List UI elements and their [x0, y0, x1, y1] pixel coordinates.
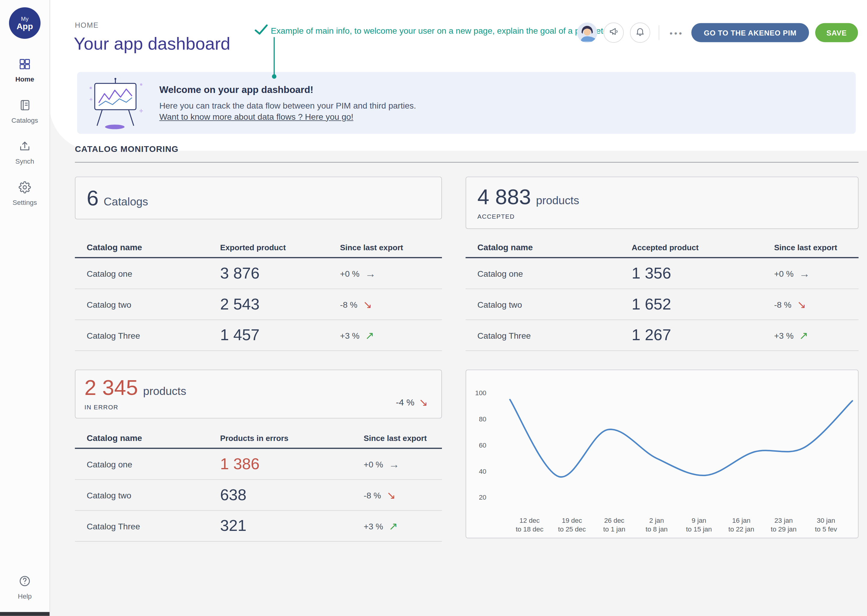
- sidebar-item-label: Settings: [13, 198, 37, 206]
- page-title: Your app dashboard: [74, 34, 230, 54]
- sidebar-item-label: Synch: [15, 158, 34, 165]
- go-to-akeneo-pim-button[interactable]: GO TO THE AKENEO PIM: [692, 23, 809, 42]
- accepted-count-value: 4 883: [478, 185, 531, 209]
- synch-upload-icon: [19, 140, 31, 154]
- main-area: HOME Your app dashboard Example of main …: [50, 0, 867, 616]
- svg-text:to 5 fev: to 5 fev: [815, 525, 837, 533]
- svg-text:80: 80: [479, 415, 487, 423]
- column-header: Since last export: [774, 243, 859, 252]
- dashboard-chart-illustration-icon: [85, 76, 148, 129]
- trend-percent: -4 %: [396, 398, 415, 407]
- svg-text:100: 100: [475, 389, 486, 397]
- trend-arrow-icon: →: [365, 268, 376, 279]
- sidebar-item-synch[interactable]: Synch: [0, 140, 50, 165]
- sidebar-item-settings[interactable]: Settings: [0, 181, 50, 206]
- trend-percent: +0 %: [340, 269, 360, 278]
- header-actions: ••• GO TO THE AKENEO PIM SAVE: [577, 22, 858, 43]
- column-header: Catalog name: [466, 242, 632, 252]
- table-row: Catalog two 1 652 -8 %↘: [466, 289, 859, 320]
- sidebar-item-catalogs[interactable]: Catalogs: [0, 99, 50, 124]
- avatar[interactable]: [577, 22, 597, 43]
- column-header: Exported product: [220, 243, 340, 252]
- accepted-count-label: products: [536, 194, 579, 206]
- svg-text:to 22 jan: to 22 jan: [728, 525, 754, 533]
- table-row: Catalog Three 1 457 +3 %↗: [75, 320, 442, 351]
- column-header: Catalog name: [75, 433, 220, 443]
- table-header-row: Catalog name Products in errors Since la…: [75, 426, 442, 449]
- trend-arrow-icon: ↗: [389, 521, 398, 531]
- table-row: Catalog one 3 876 +0 %→: [75, 258, 442, 289]
- svg-text:19 dec: 19 dec: [562, 517, 582, 524]
- error-count-label: products: [143, 385, 186, 397]
- column-header: Since last export: [340, 243, 442, 252]
- header-divider: [659, 25, 660, 40]
- trend-arrow-icon: ↗: [799, 330, 808, 341]
- trend-percent: +0 %: [364, 459, 383, 469]
- trend-percent: +3 %: [340, 330, 360, 340]
- bell-icon: [635, 27, 645, 39]
- logo-text-my: My: [21, 15, 28, 22]
- table-header-row: Catalog name Exported product Since last…: [75, 236, 442, 258]
- table-row: Catalog two 2 543 -8 %↘: [75, 289, 442, 320]
- catalogs-count-card: 6Catalogs: [75, 176, 442, 219]
- megaphone-icon: [609, 27, 619, 39]
- column-header: Accepted product: [632, 243, 774, 252]
- exported-products-table: Catalog name Exported product Since last…: [75, 236, 442, 351]
- catalog-name: Catalog two: [75, 300, 220, 309]
- products-in-errors-table: Catalog name Products in errors Since la…: [75, 426, 442, 542]
- svg-text:to 18 dec: to 18 dec: [516, 525, 543, 533]
- svg-text:26 dec: 26 dec: [604, 517, 624, 524]
- table-row: Catalog Three 1 267 +3 %↗: [466, 320, 859, 351]
- sidebar-item-label: Help: [18, 592, 32, 600]
- accepted-count-sublabel: ACCEPTED: [478, 213, 858, 220]
- banner-link[interactable]: Want to know more about data flows ? Her…: [159, 112, 353, 121]
- error-count-value: 2 345: [85, 376, 138, 399]
- announcements-button[interactable]: [604, 22, 624, 43]
- exported-count: 1 457: [220, 326, 340, 344]
- table-row: Catalog one 1 356 +0 %→: [466, 258, 859, 289]
- svg-text:to 8 jan: to 8 jan: [645, 525, 667, 533]
- catalog-name: Catalog two: [75, 490, 220, 500]
- catalog-name: Catalog one: [75, 459, 220, 469]
- errors-count: 638: [220, 486, 364, 504]
- trend-percent: +3 %: [774, 330, 793, 340]
- app-logo[interactable]: My App: [9, 7, 41, 39]
- sidebar-item-help[interactable]: Help: [0, 575, 50, 600]
- svg-text:to 1 jan: to 1 jan: [603, 525, 625, 533]
- trend-arrow-icon: ↗: [365, 330, 374, 341]
- help-icon: [19, 575, 31, 589]
- catalog-name: Catalog Three: [75, 330, 220, 340]
- catalogs-count-label: Catalogs: [104, 195, 148, 207]
- error-count-sublabel: IN ERROR: [85, 404, 441, 410]
- products-accepted-card: 4 883products ACCEPTED: [466, 176, 859, 229]
- sidebar-item-label: Home: [15, 75, 34, 83]
- welcome-banner: Welcome on your app dashboard! Here you …: [77, 72, 856, 134]
- svg-text:60: 60: [479, 442, 487, 449]
- trend-arrow-icon: ↘: [797, 299, 806, 310]
- svg-text:30 jan: 30 jan: [817, 517, 835, 524]
- svg-text:to 29 jan: to 29 jan: [771, 525, 796, 533]
- save-button[interactable]: SAVE: [815, 23, 858, 42]
- exported-count: 3 876: [220, 264, 340, 283]
- callout-line: [274, 37, 275, 75]
- banner-body: Here you can track the data flow between…: [159, 101, 416, 110]
- accepted-count: 1 652: [632, 295, 774, 313]
- logo-text-app: App: [17, 22, 33, 31]
- more-options-button[interactable]: •••: [670, 28, 683, 38]
- accepted-products-table: Catalog name Accepted product Since last…: [466, 236, 859, 351]
- errors-count: 1 386: [220, 455, 364, 473]
- column-header: Since last export: [364, 434, 442, 443]
- notifications-button[interactable]: [630, 22, 650, 43]
- error-trend: -4 %↘: [396, 397, 428, 408]
- dashboard-grid: 6Catalogs Catalog name Exported product …: [75, 176, 859, 542]
- accepted-count: 1 267: [632, 326, 774, 344]
- column-header: Catalog name: [75, 242, 220, 252]
- trend-arrow-icon: →: [389, 459, 400, 470]
- trend-percent: -8 %: [774, 300, 791, 309]
- annotation-text: Example of main info, to welcome your us…: [271, 26, 610, 36]
- section-rule: [75, 162, 859, 163]
- app-window: My App Home Catalogs Synch: [0, 0, 867, 616]
- sidebar-bottom-strip: [0, 612, 50, 616]
- sidebar-item-home[interactable]: Home: [0, 58, 50, 83]
- catalogs-count-value: 6: [87, 186, 99, 210]
